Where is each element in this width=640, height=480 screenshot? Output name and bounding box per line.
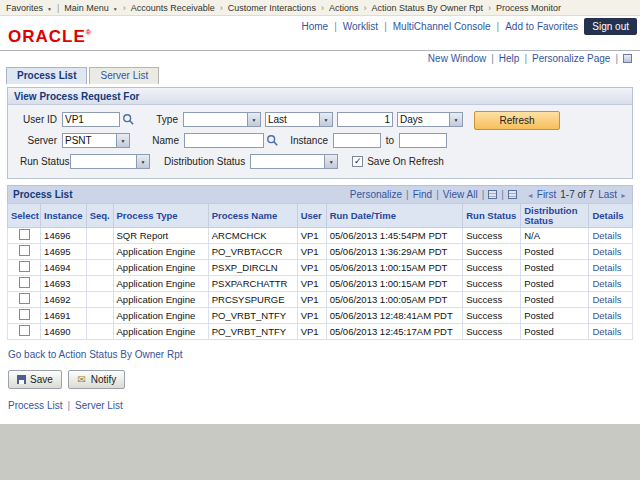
favorites-menu[interactable]: Favorites	[6, 3, 52, 13]
column-header[interactable]: Seq.	[86, 204, 113, 228]
main-menu[interactable]: Main Menu	[64, 3, 117, 13]
column-header[interactable]: Instance	[41, 204, 87, 228]
days-select[interactable]: Days	[397, 112, 463, 127]
sign-out-button[interactable]: Sign out	[584, 18, 637, 35]
details-link[interactable]: Details	[592, 230, 621, 241]
row-select-checkbox[interactable]	[19, 325, 30, 336]
name-input[interactable]	[184, 133, 264, 148]
chevron-down-icon	[111, 3, 118, 13]
details-link[interactable]: Details	[592, 246, 621, 257]
name-search-icon[interactable]	[266, 134, 279, 147]
header-link[interactable]: MultiChannel Console	[393, 21, 505, 32]
instance-label: Instance	[289, 135, 333, 146]
save-on-refresh-label: Save On Refresh	[367, 156, 444, 167]
breadcrumb-item[interactable]: Actions	[316, 3, 359, 13]
save-on-refresh-checkbox[interactable]	[352, 156, 363, 167]
process-list-grid: Process List Personalize Find View All F…	[7, 185, 633, 340]
server-select[interactable]: PSNT	[62, 133, 130, 148]
divider	[478, 189, 489, 200]
column-header[interactable]: Process Type	[113, 204, 208, 228]
distribution-status-select[interactable]	[250, 154, 338, 169]
details-link[interactable]: Details	[592, 294, 621, 305]
tab-bar: Process List Server List	[6, 67, 640, 84]
user-id-search-icon[interactable]	[122, 113, 135, 126]
instance-cell: 14696	[41, 228, 87, 244]
details-link[interactable]: Details	[592, 262, 621, 273]
page-action-link[interactable]: Personalize Page	[532, 53, 623, 64]
details-link[interactable]: Details	[592, 326, 621, 337]
select-cell	[8, 308, 41, 324]
distribution-status-cell: N/A	[521, 228, 589, 244]
oracle-logo-text: ORACLE	[8, 27, 86, 46]
column-header[interactable]: User	[297, 204, 326, 228]
tab-process-list[interactable]: Process List	[6, 67, 87, 84]
last-select[interactable]: Last	[265, 112, 333, 127]
last-count-input[interactable]	[337, 112, 393, 127]
row-select-checkbox[interactable]	[19, 245, 30, 256]
details-link[interactable]: Details	[592, 310, 621, 321]
filter-row-1: User ID Type Last Days Refresh	[14, 109, 626, 130]
instance-from-input[interactable]	[333, 133, 381, 148]
bottom-nav-link[interactable]: Server List	[75, 400, 123, 411]
user-id-input[interactable]	[62, 112, 120, 127]
breadcrumb-item[interactable]: Action Status By Owner Rpt	[358, 3, 483, 13]
details-cell: Details	[589, 244, 633, 260]
row-select-checkbox[interactable]	[19, 261, 30, 272]
select-cell	[8, 276, 41, 292]
table-row: 14696 SQR Report ARCMCHCK VP1 05/06/2013…	[8, 228, 633, 244]
column-header[interactable]: Select	[8, 204, 41, 228]
save-button-label: Save	[30, 374, 53, 385]
view-all-link[interactable]: View All	[443, 189, 478, 200]
breadcrumb-item[interactable]: Accounts Receivable	[118, 3, 215, 13]
column-header[interactable]: Run Status	[463, 204, 521, 228]
row-select-checkbox[interactable]	[19, 277, 30, 288]
type-label: Type	[151, 114, 183, 125]
download-grid-icon[interactable]	[508, 190, 517, 199]
save-button[interactable]: Save	[8, 370, 62, 389]
page-action-link[interactable]: New Window	[428, 53, 499, 64]
tab-server-list[interactable]: Server List	[89, 67, 159, 84]
dropdown-arrow-icon	[449, 113, 462, 126]
row-select-checkbox[interactable]	[19, 229, 30, 240]
type-select[interactable]	[183, 112, 261, 127]
user-cell: VP1	[297, 260, 326, 276]
divider	[57, 3, 59, 13]
server-label: Server	[14, 135, 62, 146]
header-link[interactable]: Add to Favorites	[505, 21, 578, 32]
column-header[interactable]: Details	[589, 204, 633, 228]
notify-button[interactable]: Notify	[68, 370, 126, 389]
column-header[interactable]: Process Name	[208, 204, 297, 228]
distribution-status-cell: Posted	[521, 276, 589, 292]
header-link[interactable]: Worklist	[343, 21, 393, 32]
refresh-button[interactable]: Refresh	[474, 111, 560, 130]
row-select-checkbox[interactable]	[19, 309, 30, 320]
details-link[interactable]: Details	[592, 278, 621, 289]
zoom-grid-icon[interactable]	[488, 190, 497, 199]
user-cell: VP1	[297, 276, 326, 292]
breadcrumb-item[interactable]: Process Monitor	[483, 3, 561, 13]
days-select-value: Days	[398, 114, 449, 125]
run-status-select[interactable]	[70, 154, 150, 169]
find-link[interactable]: Find	[413, 189, 432, 200]
details-cell: Details	[589, 324, 633, 340]
details-cell: Details	[589, 260, 633, 276]
bottom-nav-link[interactable]: Process List	[8, 400, 75, 411]
dropdown-arrow-icon	[324, 155, 337, 168]
copy-url-icon[interactable]	[623, 54, 632, 63]
user-cell: VP1	[297, 292, 326, 308]
column-header[interactable]: Run Date/Time	[326, 204, 463, 228]
page-action-link[interactable]: Help	[499, 53, 532, 64]
breadcrumb-item[interactable]: Customer Interactions	[215, 3, 316, 13]
instance-cell: 14693	[41, 276, 87, 292]
personalize-link[interactable]: Personalize	[350, 189, 402, 200]
peoplesoft-page: Favorites Main Menu Accounts ReceivableC…	[0, 0, 640, 424]
details-cell: Details	[589, 228, 633, 244]
table-row: 14692 Application Engine PRCSYSPURGE VP1…	[8, 292, 633, 308]
row-select-checkbox[interactable]	[19, 293, 30, 304]
header-link[interactable]: Home	[301, 21, 342, 32]
instance-to-input[interactable]	[399, 133, 447, 148]
last-page-link[interactable]: Last	[598, 189, 627, 200]
first-page-link[interactable]: First	[527, 189, 556, 200]
column-header[interactable]: Distribution Status	[521, 204, 589, 228]
go-back-link[interactable]: Go back to Action Status By Owner Rpt	[8, 349, 183, 360]
